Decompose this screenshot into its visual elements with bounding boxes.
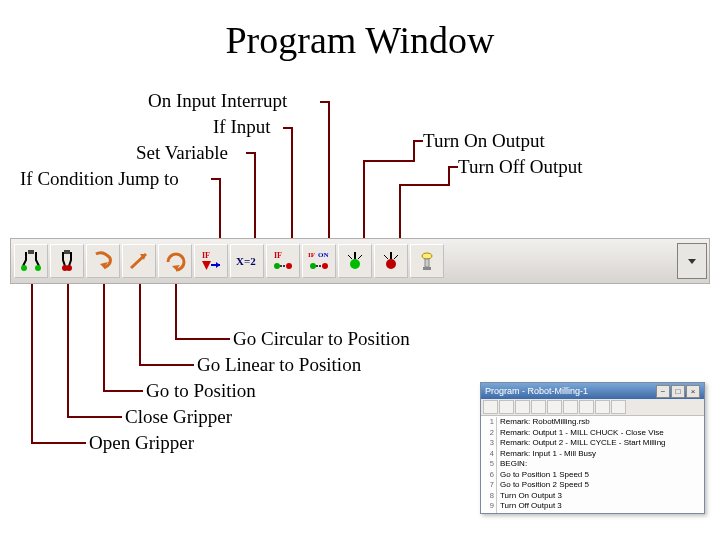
connector xyxy=(363,160,365,239)
connector xyxy=(67,416,122,418)
connector xyxy=(254,152,256,239)
label-if-input: If Input xyxy=(213,116,271,138)
connector xyxy=(139,364,194,366)
page-title: Program Window xyxy=(0,18,720,62)
maximize-icon[interactable]: □ xyxy=(671,385,685,398)
program-line[interactable]: 8Turn On Output 3 xyxy=(483,491,702,502)
program-line[interactable]: 7Go to Position 2 Speed 5 xyxy=(483,480,702,491)
mini-tool-3[interactable] xyxy=(515,400,530,414)
program-line[interactable]: 5BEGIN: xyxy=(483,459,702,470)
go-circular-button[interactable] xyxy=(158,244,192,278)
if-jump-button[interactable]: IF xyxy=(194,244,228,278)
program-window: Program - Robot-Milling-1 − □ × 1Remark:… xyxy=(480,382,705,514)
mini-tool-1[interactable] xyxy=(483,400,498,414)
connector xyxy=(328,101,330,239)
svg-point-0 xyxy=(21,265,27,271)
turn-on-output-button[interactable] xyxy=(338,244,372,278)
mini-tool-4[interactable] xyxy=(531,400,546,414)
connector xyxy=(103,284,105,392)
minimize-icon[interactable]: − xyxy=(656,385,670,398)
connector xyxy=(139,284,141,366)
label-open-gripper: Open Gripper xyxy=(89,432,194,454)
svg-text:IF: IF xyxy=(274,251,282,260)
label-set-variable: Set Variable xyxy=(136,142,228,164)
connector xyxy=(399,184,450,186)
svg-line-30 xyxy=(384,255,388,259)
program-line[interactable]: 9Turn Off Output 3 xyxy=(483,501,702,512)
svg-point-1 xyxy=(35,265,41,271)
set-variable-button[interactable]: X=2 xyxy=(230,244,264,278)
close-gripper-button[interactable] xyxy=(50,244,84,278)
svg-rect-33 xyxy=(425,259,429,267)
svg-point-17 xyxy=(286,263,292,269)
connector xyxy=(291,127,293,239)
mini-tool-6[interactable] xyxy=(563,400,578,414)
program-line[interactable]: 2Remark: Output 1 - MILL CHUCK - Close V… xyxy=(483,428,702,439)
toolbar-dropdown[interactable] xyxy=(677,243,707,279)
svg-text:X=2: X=2 xyxy=(236,255,256,267)
connector xyxy=(31,284,33,444)
mini-tool-7[interactable] xyxy=(579,400,594,414)
svg-line-26 xyxy=(348,255,352,259)
label-turn-off-output: Turn Off Output xyxy=(458,156,583,178)
toolbar-separator xyxy=(447,244,453,278)
wait-button[interactable] xyxy=(410,244,444,278)
program-line[interactable]: 1Remark: RobotMilling.rsb xyxy=(483,417,702,428)
connector xyxy=(175,338,230,340)
connector xyxy=(31,442,86,444)
connector xyxy=(399,184,401,239)
svg-line-31 xyxy=(394,255,398,259)
connector xyxy=(448,166,450,186)
label-turn-on-output: Turn On Output xyxy=(423,130,545,152)
mini-tool-2[interactable] xyxy=(499,400,514,414)
label-go-to-position: Go to Position xyxy=(146,380,256,402)
svg-point-28 xyxy=(386,259,396,269)
svg-rect-34 xyxy=(423,267,431,270)
label-on-input-interrupt: On Input Interrupt xyxy=(148,90,287,112)
go-to-position-button[interactable] xyxy=(86,244,120,278)
connector xyxy=(103,390,143,392)
mini-tool-9[interactable] xyxy=(611,400,626,414)
toolbar: IF X=2 IF IFON xyxy=(10,238,710,284)
svg-text:IF: IF xyxy=(202,251,210,260)
label-go-linear: Go Linear to Position xyxy=(197,354,361,376)
svg-point-22 xyxy=(322,263,328,269)
on-input-interrupt-button[interactable]: IFON xyxy=(302,244,336,278)
program-line[interactable]: 6Go to Position 1 Speed 5 xyxy=(483,470,702,481)
connector xyxy=(219,178,221,239)
label-if-condition-jump-to: If Condition Jump to xyxy=(20,168,179,190)
turn-off-output-button[interactable] xyxy=(374,244,408,278)
mini-tool-5[interactable] xyxy=(547,400,562,414)
label-close-gripper: Close Gripper xyxy=(125,406,232,428)
mini-tool-8[interactable] xyxy=(595,400,610,414)
go-linear-button[interactable] xyxy=(122,244,156,278)
svg-point-4 xyxy=(66,265,72,271)
connector xyxy=(67,284,69,418)
svg-text:ON: ON xyxy=(318,251,329,259)
connector xyxy=(413,140,415,162)
svg-rect-2 xyxy=(28,250,34,254)
label-go-circular: Go Circular to Position xyxy=(233,328,410,350)
svg-point-24 xyxy=(350,259,360,269)
connector xyxy=(175,284,177,340)
open-gripper-button[interactable] xyxy=(14,244,48,278)
svg-point-32 xyxy=(422,253,432,259)
close-icon[interactable]: × xyxy=(686,385,700,398)
connector xyxy=(363,160,415,162)
svg-line-27 xyxy=(358,255,362,259)
program-line[interactable]: 4Remark: Input 1 - Mill Busy xyxy=(483,449,702,460)
program-listing: 1Remark: RobotMilling.rsb2Remark: Output… xyxy=(481,416,704,514)
program-window-title: Program - Robot-Milling-1 xyxy=(485,386,588,396)
svg-marker-11 xyxy=(202,261,211,270)
svg-rect-5 xyxy=(64,250,70,254)
svg-marker-13 xyxy=(216,262,220,268)
program-line[interactable]: 10Open Gripper xyxy=(483,512,702,515)
program-line[interactable]: 3Remark: Output 2 - MILL CYCLE - Start M… xyxy=(483,438,702,449)
svg-point-21 xyxy=(310,263,316,269)
svg-point-16 xyxy=(274,263,280,269)
svg-marker-35 xyxy=(688,259,696,264)
program-mini-toolbar xyxy=(481,399,704,416)
if-input-button[interactable]: IF xyxy=(266,244,300,278)
svg-text:IF: IF xyxy=(308,251,315,259)
program-window-titlebar[interactable]: Program - Robot-Milling-1 − □ × xyxy=(481,383,704,399)
